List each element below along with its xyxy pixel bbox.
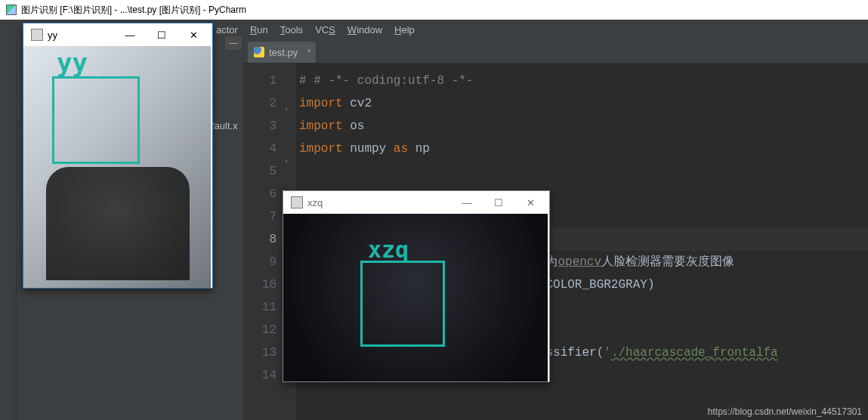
- opencv-window-title: xzq: [307, 197, 323, 208]
- maximize-button[interactable]: ☐: [146, 24, 178, 45]
- maximize-button[interactable]: ☐: [483, 192, 514, 213]
- menu-run[interactable]: Run: [246, 23, 273, 37]
- opencv-image-canvas: yy: [23, 46, 211, 288]
- menu-prev-suffix[interactable]: actor: [212, 23, 242, 37]
- minimize-button[interactable]: —: [114, 24, 146, 45]
- line-gutter: 1234567891011121314: [243, 63, 284, 420]
- editor-tabbar: test.py ×: [243, 39, 868, 63]
- face-label: yy: [57, 48, 88, 78]
- opencv-window-yy[interactable]: yy — ☐ ✕ yy: [23, 23, 213, 289]
- tab-close-icon[interactable]: ×: [307, 46, 311, 55]
- opencv-window-title: yy: [48, 29, 57, 41]
- os-window-titlebar: 图片识别 [F:\图片识别] - ...\test.py [图片识别] - Py…: [0, 0, 868, 20]
- menu-window[interactable]: Window: [343, 23, 387, 37]
- face-rect: [360, 261, 445, 347]
- opencv-titlebar[interactable]: yy — ☐ ✕: [23, 23, 212, 46]
- face-label: xzq: [368, 236, 409, 263]
- face-rect: [52, 76, 140, 164]
- csdn-watermark: https://blog.csdn.net/weixin_44517301: [705, 406, 865, 417]
- tab-label: test.py: [269, 47, 298, 58]
- minimize-button[interactable]: —: [451, 192, 483, 213]
- opencv-window-xzq[interactable]: xzq — ☐ ✕ xzq: [283, 190, 550, 382]
- menu-help[interactable]: Help: [390, 23, 419, 37]
- python-file-icon: [254, 47, 264, 57]
- close-button[interactable]: ✕: [514, 192, 546, 213]
- app-icon: [6, 5, 17, 15]
- opencv-app-icon: [291, 196, 303, 208]
- opencv-image-canvas: xzq: [283, 214, 548, 381]
- menu-tools[interactable]: Tools: [276, 23, 307, 37]
- app-title: 图片识别 [F:\图片识别] - ...\test.py [图片识别] - Py…: [21, 4, 246, 17]
- opencv-titlebar[interactable]: xzq — ☐ ✕: [283, 191, 549, 214]
- close-button[interactable]: ✕: [178, 24, 209, 45]
- menu-vcs[interactable]: VCS: [310, 23, 340, 37]
- opencv-app-icon: [31, 29, 43, 41]
- tab-test-py[interactable]: test.py ×: [248, 42, 316, 63]
- left-gutter: [0, 39, 17, 420]
